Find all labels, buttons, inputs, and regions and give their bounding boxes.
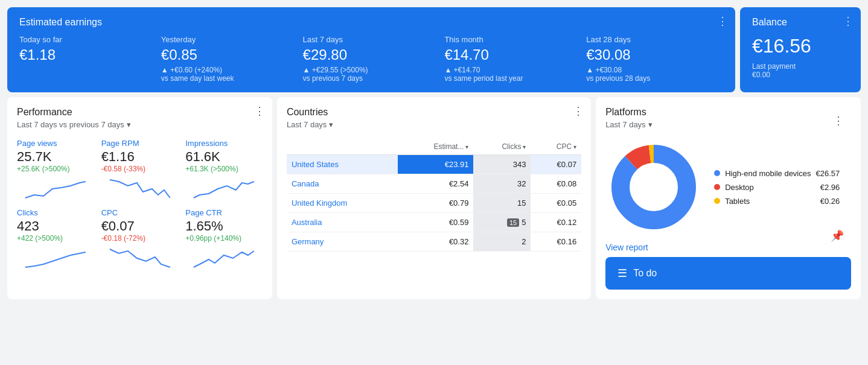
- country-cpc: €0.05: [531, 194, 581, 213]
- country-name[interactable]: United States: [287, 155, 398, 174]
- legend-desktop-dot: [714, 184, 720, 190]
- platforms-title: Platforms: [605, 107, 851, 118]
- perf-impressions-chart: [185, 177, 263, 201]
- country-clicks: 32: [473, 174, 531, 194]
- earnings-grid: Today so far €1.18 Yesterday €0.85 ▲ +€0…: [19, 35, 723, 83]
- col-estimate[interactable]: Estimat... ▾: [398, 139, 474, 155]
- dropdown-icon: ▾: [329, 120, 333, 129]
- table-row: United States€23.91343€0.07: [287, 155, 581, 174]
- country-clicks: 343: [473, 155, 531, 174]
- earning-today-value: €1.18: [19, 46, 156, 63]
- balance-card: Balance ⋮ €16.56 Last payment €0.00: [740, 7, 861, 92]
- country-estimate: €2.54: [398, 174, 474, 194]
- legend-desktop-label: Desktop: [725, 183, 815, 192]
- perf-pageviews-change: +25.6K (>500%): [17, 165, 94, 173]
- countries-panel: Countries ⋮ Last 7 days ▾ Estimat... ▾: [277, 97, 591, 299]
- performance-panel: Performance ⋮ Last 7 days vs previous 7 …: [7, 97, 272, 299]
- earning-month-label: This month: [444, 35, 581, 44]
- perf-impressions: Impressions 61.6K +61.3K (>500%): [185, 139, 263, 201]
- perf-cpc-change: -€0.18 (-72%): [101, 234, 179, 243]
- platforms-panel: Platforms ⋮ Last 7 days ▾: [596, 97, 861, 299]
- legend-mobile: High-end mobile devices €26.57: [714, 169, 840, 178]
- perf-clicks-chart: [17, 246, 94, 270]
- perf-pagerpm-change: -€0.58 (-33%): [101, 165, 179, 173]
- earning-month-value: €14.70: [444, 46, 581, 63]
- perf-pagectr-change: +0.96pp (+140%): [185, 234, 263, 243]
- legend-desktop: Desktop €2.96: [714, 183, 840, 192]
- col-country: [287, 139, 398, 155]
- donut-chart: [605, 139, 702, 235]
- country-estimate: €0.32: [398, 232, 474, 252]
- earning-yesterday-label: Yesterday: [161, 35, 298, 44]
- earning-today: Today so far €1.18: [19, 35, 156, 83]
- perf-cpc-chart: [101, 246, 179, 270]
- earning-month-sub: vs same period last year: [444, 74, 581, 83]
- svg-point-0: [621, 154, 687, 220]
- earning-28days-change: ▲ +€30.08: [586, 66, 723, 74]
- col-cpc[interactable]: CPC ▾: [531, 139, 581, 155]
- country-clicks: 15: [473, 194, 531, 213]
- legend-mobile-label: High-end mobile devices: [725, 169, 811, 178]
- perf-cpc-label: CPC: [101, 208, 179, 217]
- todo-card[interactable]: ☰ To do: [605, 257, 851, 290]
- perf-pagerpm-value: €1.16: [101, 149, 179, 165]
- balance-title: Balance: [752, 17, 849, 28]
- perf-clicks-change: +422 (>500%): [17, 234, 94, 243]
- platforms-filter[interactable]: Last 7 days ▾: [605, 120, 851, 129]
- table-row: Canada€2.5432€0.08: [287, 174, 581, 194]
- earning-yesterday-sub: vs same day last week: [161, 74, 298, 83]
- earning-28days-sub: vs previous 28 days: [586, 74, 723, 83]
- estimated-earnings-card: Estimated earnings ⋮ Today so far €1.18 …: [7, 7, 735, 92]
- view-report-link[interactable]: View report: [605, 243, 851, 252]
- legend-tablets-value: €0.26: [820, 197, 840, 206]
- perf-pagerpm: Page RPM €1.16 -€0.58 (-33%): [101, 139, 179, 201]
- perf-clicks: Clicks 423 +422 (>500%): [17, 208, 94, 270]
- country-name[interactable]: Germany: [287, 232, 398, 252]
- pin-icon[interactable]: 📌: [831, 229, 844, 243]
- country-name[interactable]: Canada: [287, 174, 398, 194]
- country-cpc: €0.07: [531, 155, 581, 174]
- dropdown-icon: ▾: [127, 120, 131, 129]
- countries-filter[interactable]: Last 7 days ▾: [287, 120, 581, 129]
- balance-last-payment-label: Last payment: [752, 62, 849, 71]
- perf-pagerpm-label: Page RPM: [101, 139, 179, 148]
- earning-today-label: Today so far: [19, 35, 156, 44]
- legend-mobile-dot: [714, 170, 720, 176]
- earning-7days-value: €29.80: [303, 46, 440, 63]
- country-name[interactable]: United Kingdom: [287, 194, 398, 213]
- perf-cpc-value: €0.07: [101, 218, 179, 234]
- country-name[interactable]: Australia: [287, 213, 398, 232]
- balance-menu-icon[interactable]: ⋮: [843, 14, 854, 28]
- earnings-menu-icon[interactable]: ⋮: [717, 14, 728, 28]
- country-cpc: €0.12: [531, 213, 581, 232]
- legend-tablets-dot: [714, 198, 720, 204]
- earning-7days-label: Last 7 days: [303, 35, 440, 44]
- perf-pageviews-label: Page views: [17, 139, 94, 148]
- platforms-menu-icon[interactable]: ⋮: [833, 114, 844, 127]
- perf-pageviews: Page views 25.7K +25.6K (>500%): [17, 139, 94, 201]
- col-clicks[interactable]: Clicks ▾: [473, 139, 531, 155]
- perf-clicks-label: Clicks: [17, 208, 94, 217]
- earning-yesterday: Yesterday €0.85 ▲ +€0.60 (+240%) vs same…: [161, 35, 298, 83]
- countries-menu-icon[interactable]: ⋮: [573, 104, 584, 118]
- perf-pagectr-chart: [185, 246, 263, 270]
- earning-28days-label: Last 28 days: [586, 35, 723, 44]
- dropdown-icon: ▾: [648, 120, 653, 129]
- country-cpc: €0.08: [531, 174, 581, 194]
- platforms-inner: Platforms ⋮ Last 7 days ▾: [605, 107, 851, 290]
- perf-pagectr-label: Page CTR: [185, 208, 263, 217]
- country-cpc: €0.16: [531, 232, 581, 252]
- countries-title: Countries: [287, 107, 581, 118]
- table-row: Germany€0.322€0.16: [287, 232, 581, 252]
- sort-arrow-cpc: ▾: [573, 144, 576, 150]
- performance-filter[interactable]: Last 7 days vs previous 7 days ▾: [17, 120, 263, 129]
- legend-tablets-label: Tablets: [725, 197, 815, 206]
- perf-impressions-change: +61.3K (>500%): [185, 165, 263, 173]
- performance-menu-icon[interactable]: ⋮: [254, 104, 265, 118]
- country-clicks: 155: [473, 213, 531, 232]
- earning-28days: Last 28 days €30.08 ▲ +€30.08 vs previou…: [586, 35, 723, 83]
- perf-pagerpm-chart: [101, 177, 179, 201]
- country-clicks: 2: [473, 232, 531, 252]
- earning-month-change: ▲ +€14.70: [444, 66, 581, 74]
- performance-grid: Page views 25.7K +25.6K (>500%) Page RPM…: [17, 139, 263, 270]
